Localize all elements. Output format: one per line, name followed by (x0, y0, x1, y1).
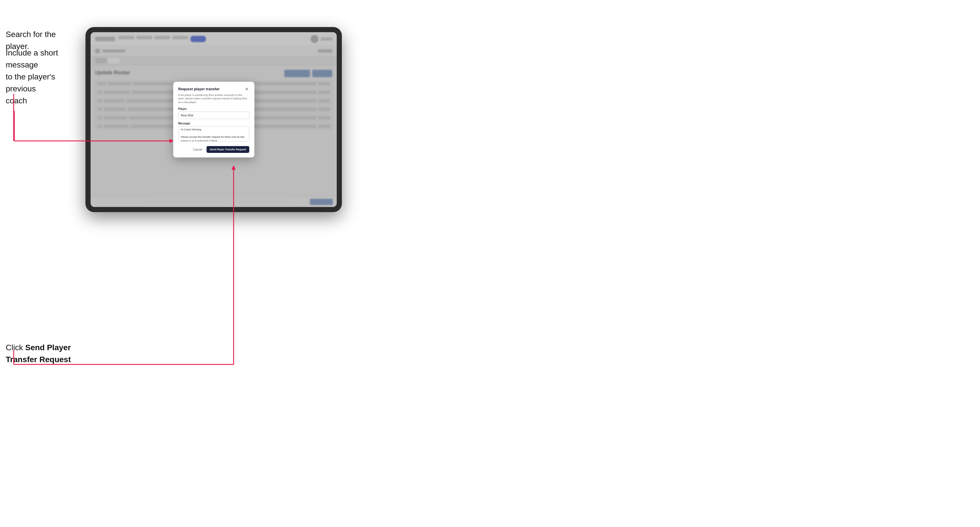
player-input[interactable] (178, 112, 249, 119)
modal-description: If the player is transferring from anoth… (178, 94, 249, 104)
modal-overlay: Request player transfer ✕ If the player … (91, 32, 337, 207)
modal-footer: Cancel Send Player Transfer Request (178, 146, 249, 153)
cancel-button[interactable]: Cancel (191, 147, 204, 152)
message-field-label: Message (178, 122, 249, 125)
annotation-message: Include a short messageto the player's p… (6, 47, 83, 107)
send-transfer-button[interactable]: Send Player Transfer Request (207, 146, 249, 153)
modal-close-button[interactable]: ✕ (245, 87, 249, 91)
player-field-label: Player (178, 107, 249, 111)
message-textarea[interactable]: Hi Coach McHarg, Please accept this tran… (178, 126, 249, 141)
annotation-click: Click Send PlayerTransfer Request (6, 342, 71, 365)
tablet-screen: Update Roster (91, 32, 337, 207)
modal-header: Request player transfer ✕ (178, 87, 249, 91)
tablet-device: Update Roster (86, 27, 342, 212)
modal-title: Request player transfer (178, 87, 220, 91)
request-transfer-modal: Request player transfer ✕ If the player … (173, 82, 255, 158)
